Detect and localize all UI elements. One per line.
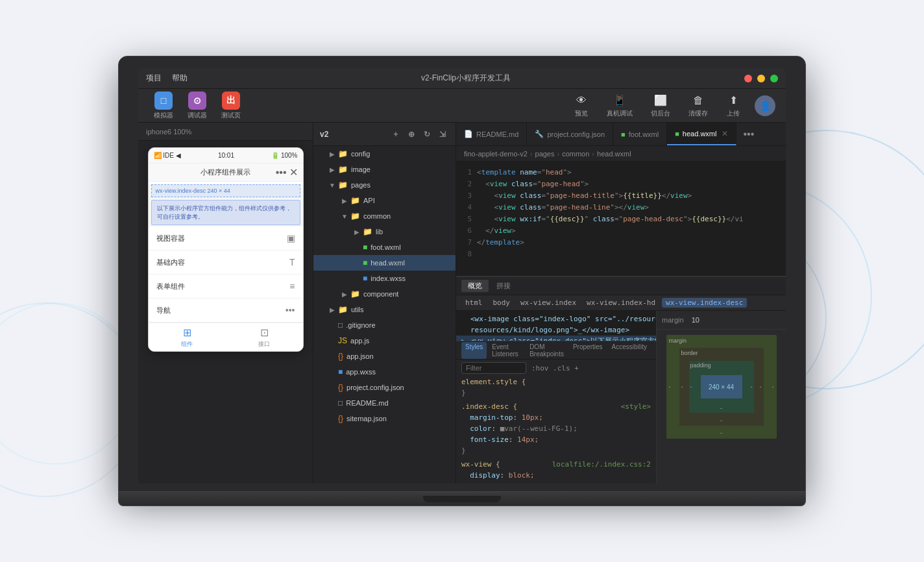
css-prop-margin-top: margin-top (470, 413, 513, 422)
folder-icon-image: 📁 (338, 165, 348, 174)
folder-icon-common: 📁 (350, 212, 360, 221)
styles-tab-dom-breakpoints[interactable]: DOM Breakpoints (526, 342, 568, 359)
tree-item-config[interactable]: ▶ 📁 config (313, 146, 456, 162)
css-close-element: } (461, 389, 466, 397)
phone-nav-component[interactable]: ⊞ 组件 (149, 323, 226, 351)
css-val-display: block; (509, 471, 535, 480)
maximize-button[interactable] (770, 75, 778, 82)
styles-tab-event-listeners[interactable]: Event Listeners (488, 342, 524, 359)
preview-button[interactable]: 👁 预览 (570, 92, 592, 119)
filter-input[interactable] (461, 362, 526, 374)
tree-item-app-json[interactable]: ▶ {} app.json (313, 348, 456, 364)
pseudo-filter: :hov .cls + (531, 363, 579, 374)
breadcrumb-part-3: head.wxml (597, 150, 631, 158)
real-test-button[interactable]: 📱 真机调试 (603, 92, 637, 119)
phone-nav-item-3[interactable]: 导航 ••• (149, 299, 303, 323)
close-phone-icon: ✕ (289, 166, 298, 178)
clear-cache-button[interactable]: 🗑 清缓存 (685, 92, 712, 119)
avatar[interactable]: 👤 (755, 95, 775, 116)
tree-label-index-wxss: index.wxss (371, 275, 406, 282)
menu-help[interactable]: 帮助 (172, 73, 188, 84)
tree-item-component[interactable]: ▶ 📁 component (313, 286, 456, 302)
file-icon-project-config: {} (338, 383, 343, 392)
devtools-tab-concat[interactable]: 拼接 (490, 280, 517, 292)
html-bc-index-desc[interactable]: wx-view.index-desc (662, 298, 747, 308)
html-bc-html[interactable]: html (461, 298, 487, 308)
tab-project-config[interactable]: 🔧 project.config.json (527, 123, 613, 145)
cut-backend-button[interactable]: ⬜ 切后台 (647, 92, 674, 119)
bm-border-right: - (760, 384, 762, 390)
css-val-margin-top: 10px; (522, 413, 543, 422)
code-line-4: <view class="page-head-line"></view> (477, 202, 786, 214)
tree-item-app-wxss[interactable]: ▶ ■ app.wxss (313, 364, 456, 380)
sim-screen-wrap: 📶 IDE ◀ 10:01 🔋 100% 小程序组件展示 ••• ✕ (138, 141, 313, 483)
interface-nav-icon: ⊡ (260, 326, 269, 339)
tree-item-project-config[interactable]: ▶ {} project.config.json (313, 380, 456, 395)
styles-tab-styles[interactable]: Styles (461, 342, 487, 359)
debugger-icon: ⊙ (188, 92, 206, 110)
tree-item-sitemap[interactable]: ▶ {} sitemap.json (313, 411, 456, 426)
tab-head-wxml[interactable]: ■ head.wxml ✕ (667, 123, 736, 145)
css-prop-font-size: font-size (470, 435, 509, 444)
laptop-base (118, 492, 806, 506)
new-file-button[interactable]: + (389, 128, 402, 141)
tree-item-common[interactable]: ▼ 📁 common (313, 208, 456, 224)
html-bc-index-hd[interactable]: wx-view.index-hd (583, 298, 659, 308)
tree-item-head-wxml[interactable]: ▶ ■ head.wxml (313, 255, 456, 271)
phone-nav-item-0[interactable]: 视图容器 ▣ (149, 226, 303, 250)
html-bc-index[interactable]: wx-view.index (517, 298, 580, 308)
source-text-0: <wx-image class="index-logo" src="../res… (470, 313, 656, 324)
phone-nav-item-1[interactable]: 基础内容 T (149, 250, 303, 275)
file-icon-foot-wxml: ■ (363, 243, 367, 252)
tree-item-readme[interactable]: ▶ □ README.md (313, 395, 456, 411)
tree-item-utils[interactable]: ▶ 📁 utils (313, 302, 456, 317)
phone-nav-item-2[interactable]: 表单组件 ≡ (149, 275, 303, 299)
phone-title-more: ••• ✕ (276, 166, 298, 178)
code-area[interactable]: 12345678 <template name="head"> <view cl… (456, 162, 786, 276)
css-comment-index-desc: <style> (621, 401, 651, 412)
tab-readme[interactable]: 📄 README.md (456, 123, 527, 145)
laptop-hinge (423, 496, 501, 502)
phone-desc-text: 以下展示小程序官方组件能力，组件样式仅供参考，可自行设置参考。 (151, 200, 300, 225)
styles-tab-properties[interactable]: Properties (569, 342, 607, 359)
phone-title-bar: 小程序组件展示 ••• ✕ (149, 164, 303, 182)
minimize-button[interactable] (757, 75, 765, 82)
breadcrumb-part-0: fino-applet-demo-v2 (464, 150, 528, 158)
devtools-tab-overview[interactable]: 概览 (461, 280, 489, 292)
refresh-button[interactable]: ↻ (420, 128, 433, 141)
tree-label-common: common (363, 212, 391, 220)
tree-item-index-wxss[interactable]: ▶ ■ index.wxss (313, 271, 456, 286)
status-left: 📶 IDE ◀ (154, 152, 181, 159)
simulator-icon: □ (154, 92, 173, 110)
tree-item-app-js[interactable]: ▶ JS app.js (313, 333, 456, 348)
close-button[interactable] (744, 75, 752, 82)
new-folder-button[interactable]: ⊕ (405, 128, 418, 141)
simulator-button[interactable]: □ 模拟器 (149, 89, 178, 123)
tree-label-head-wxml: head.wxml (371, 259, 405, 267)
phone-nav-interface[interactable]: ⊡ 接口 (226, 323, 303, 351)
bm-border-label: border (681, 350, 698, 356)
code-line-1: <template name="head"> (477, 167, 786, 178)
html-bc-body[interactable]: body (489, 298, 515, 308)
tree-label-config: config (351, 150, 370, 158)
tree-item-image[interactable]: ▶ 📁 image (313, 162, 456, 177)
debugger-button[interactable]: ⊙ 调试器 (182, 89, 212, 123)
tab-foot-wxml[interactable]: ■ foot.wxml (613, 123, 667, 145)
tree-item-foot-wxml[interactable]: ▶ ■ foot.wxml (313, 239, 456, 255)
tab-close-icon[interactable]: ✕ (722, 129, 728, 138)
tree-item-lib[interactable]: ▶ 📁 lib (313, 224, 456, 239)
breadcrumb-part-1: pages (535, 150, 555, 158)
styles-content: :hov .cls + element.style { } .ind (456, 360, 656, 483)
styles-tab-accessibility[interactable]: Accessibility (608, 342, 651, 359)
upload-button[interactable]: ⬆ 上传 (722, 92, 744, 119)
test-button[interactable]: 出 测试页 (216, 89, 246, 123)
tree-item-api[interactable]: ▶ 📁 API (313, 193, 456, 208)
collapse-button[interactable]: ⇲ (436, 128, 449, 141)
menu-project[interactable]: 项目 (146, 73, 162, 84)
more-icon: ••• (276, 167, 287, 178)
tree-item-pages[interactable]: ▼ 📁 pages (313, 177, 456, 193)
tree-item-gitignore[interactable]: ▶ □ .gitignore (313, 317, 456, 333)
phone-content: wx-view.index-desc 240 × 44 以下展示小程序官方组件能… (149, 184, 303, 323)
tab-more-button[interactable]: ••• (736, 128, 760, 140)
title-bar: 项目 帮助 v2-FinClip小程序开发工具 (138, 68, 786, 89)
